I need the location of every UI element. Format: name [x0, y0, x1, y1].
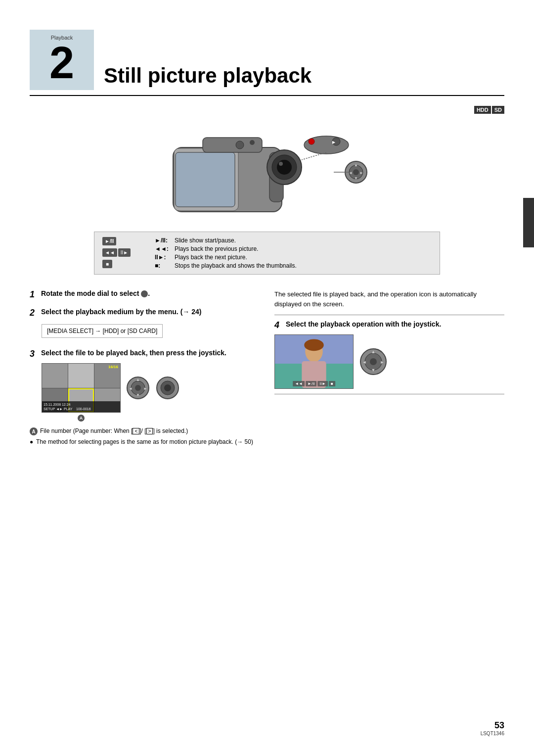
page-number: 53 — [481, 720, 504, 731]
page-footer: 53 LSQT1346 — [481, 720, 504, 736]
svg-line-21 — [302, 152, 326, 160]
desc-text-content: The selected file is played back, and th… — [274, 290, 477, 308]
svg-point-33 — [164, 384, 171, 391]
svg-text:◄: ◄ — [349, 171, 353, 175]
steps-right: The selected file is played back, and th… — [274, 289, 504, 448]
note-bullet-text: The method for selecting pages is the sa… — [36, 438, 253, 445]
svg-text:►: ► — [143, 386, 147, 391]
camera-section: ▶ ▲ ▼ ◄ ► — [30, 118, 504, 227]
chapter-label: Playback 2 — [30, 30, 94, 90]
hdd-badge: HDD — [474, 106, 491, 114]
svg-text:▶: ▶ — [332, 140, 336, 144]
svg-rect-2 — [176, 152, 235, 207]
step-3-heading: 3 Select the file to be played back, the… — [30, 349, 260, 359]
step-1: 1 Rotate the mode dial to select . — [30, 289, 260, 300]
step-3: 3 Select the file to be played back, the… — [30, 349, 260, 413]
svg-text:◄: ◄ — [129, 386, 133, 391]
step-4: 4 Select the playback operation with the… — [274, 320, 504, 394]
svg-point-10 — [279, 162, 283, 166]
svg-text:▼: ▼ — [354, 176, 358, 181]
legend-texts: ►/II: Slide show start/pause. ◄◄: Plays … — [155, 237, 297, 269]
step-2: 2 Select the playback medium by the menu… — [30, 308, 260, 341]
step4-joystick-icon: ▲ ▼ ◄ ► — [358, 347, 388, 377]
controls-legend: ►/II ◄◄ II► ■ ►/II: Slide show start/pau… — [94, 232, 440, 275]
step-4-text: Select the playback operation with the j… — [286, 320, 441, 328]
note-bullet: ● The method for selecting pages is the … — [30, 438, 260, 445]
joystick-push-icon — [155, 376, 180, 400]
legend-item-3: II►: Plays back the next picture. — [155, 254, 297, 261]
step-2-text: Select the playback medium by the menu. … — [41, 308, 201, 316]
svg-point-16 — [353, 169, 359, 175]
step-4-number: 4 — [274, 320, 283, 331]
svg-text:▲: ▲ — [354, 163, 358, 167]
svg-text:►: ► — [380, 360, 385, 365]
legend-item-1: ►/II: Slide show start/pause. — [155, 237, 297, 244]
step-1-heading: 1 Rotate the mode dial to select . — [30, 289, 260, 300]
main-content: HDD SD — [30, 106, 504, 448]
page-header: Playback 2 Still picture playback — [30, 30, 504, 96]
svg-point-39 — [304, 339, 324, 351]
media-badges: HDD SD — [30, 106, 504, 114]
playback-screen-img: ◄◄ ►/II II► ■ — [274, 334, 354, 389]
svg-point-23 — [309, 139, 314, 144]
svg-point-42 — [370, 358, 377, 365]
playback-screen: ◄◄ ►/II II► ■ ▲ ▼ ◄ ► — [274, 334, 504, 389]
screen-illustration: 15.11.2008 12:24 SETUP ◄► PLAY 100-0016 … — [42, 363, 260, 413]
note-a-text: File number (Page number: When [<]/ [>] … — [40, 427, 188, 434]
lsqt-code: LSQT1346 — [481, 731, 504, 736]
svg-text:▲: ▲ — [136, 378, 140, 382]
svg-point-6 — [250, 140, 255, 145]
page-title: Still picture playback — [94, 30, 312, 90]
camera-svg: ▶ ▲ ▼ ◄ ► — [143, 118, 391, 227]
person-svg — [275, 334, 353, 388]
screen-mock: 15.11.2008 12:24 SETUP ◄► PLAY 100-0016 … — [42, 363, 121, 413]
svg-point-26 — [135, 385, 141, 391]
notes-section: A File number (Page number: When [<]/ [>… — [30, 427, 260, 445]
svg-text:►: ► — [359, 171, 363, 175]
step-1-text: Rotate the mode dial to select . — [41, 289, 150, 297]
legend-item-4: ■: Stops the playback and shows the thum… — [155, 262, 297, 269]
svg-text:▲: ▲ — [371, 349, 376, 354]
step-3-text: Select the file to be played back, then … — [41, 349, 226, 357]
svg-text:▼: ▼ — [136, 393, 140, 397]
divider-2 — [274, 394, 504, 394]
sd-badge: SD — [492, 106, 504, 114]
right-description: The selected file is played back, and th… — [274, 289, 504, 309]
divider-1 — [274, 315, 504, 315]
step-3-number: 3 — [30, 349, 39, 359]
svg-point-9 — [277, 160, 292, 175]
camera-illustration: ▶ ▲ ▼ ◄ ► — [30, 118, 504, 227]
screen-bottom-bar: 15.11.2008 12:24 SETUP ◄► PLAY 100-0016 — [42, 401, 120, 412]
steps-section: 1 Rotate the mode dial to select . 2 Sel… — [30, 289, 504, 448]
svg-text:◄: ◄ — [362, 360, 367, 365]
step-2-heading: 2 Select the playback medium by the menu… — [30, 308, 260, 318]
step-1-number: 1 — [30, 289, 39, 300]
svg-rect-3 — [203, 138, 262, 152]
playback-person — [275, 335, 353, 388]
steps-left: 1 Rotate the mode dial to select . 2 Sel… — [30, 289, 260, 448]
legend-item-2: ◄◄: Plays back the previous picture. — [155, 245, 297, 252]
chapter-number: 2 — [49, 41, 74, 85]
note-a-icon: A — [30, 427, 38, 435]
step-2-number: 2 — [30, 308, 39, 318]
svg-point-5 — [236, 141, 244, 149]
menu-box: [MEDIA SELECT] → [HDD] or [SD CARD] — [42, 324, 163, 338]
menu-text: [MEDIA SELECT] → [HDD] or [SD CARD] — [47, 328, 157, 334]
joystick-icon: ▲ ▼ ◄ ► — [126, 376, 150, 400]
note-a: A File number (Page number: When [<]/ [>… — [30, 427, 260, 435]
step-4-heading: 4 Select the playback operation with the… — [274, 320, 504, 331]
right-sidebar-tab — [523, 198, 534, 247]
svg-text:▼: ▼ — [371, 368, 376, 373]
